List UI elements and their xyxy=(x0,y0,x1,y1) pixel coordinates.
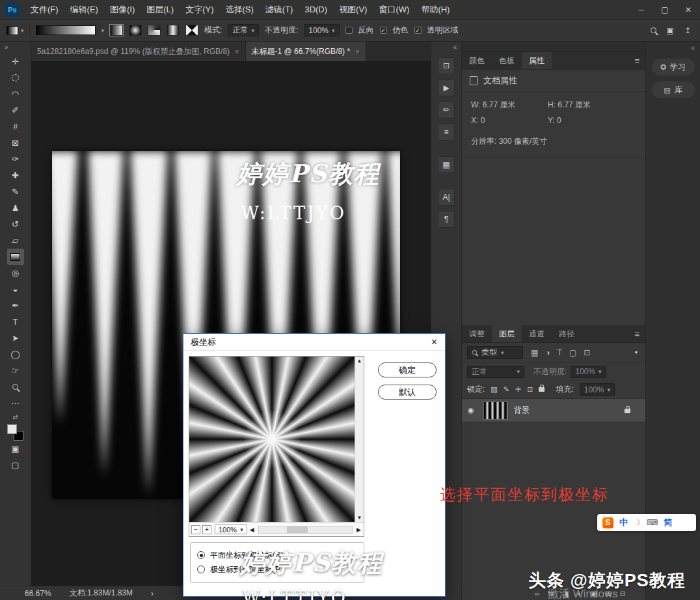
frame-tool[interactable]: ⊠ xyxy=(7,135,24,151)
layer-thumbnail[interactable] xyxy=(483,402,508,420)
pixel-filter-icon[interactable]: ▦ xyxy=(531,348,538,357)
brush-settings-panel-button[interactable]: ✏ xyxy=(438,102,455,118)
menu-type[interactable]: 文字(Y) xyxy=(180,0,219,19)
ok-button[interactable]: 确定 xyxy=(378,362,437,377)
ime-sogou-icon[interactable]: S xyxy=(602,517,613,528)
edit-toolbar-button[interactable]: ⋯ xyxy=(7,395,24,411)
dock-collapse-icon[interactable]: « xyxy=(646,42,700,53)
swap-colors-button[interactable]: ⇄ xyxy=(12,411,18,422)
hand-tool[interactable]: ☞ xyxy=(7,362,24,379)
menu-image[interactable]: 图像(I) xyxy=(104,0,141,19)
radio-selected-icon[interactable] xyxy=(197,551,205,559)
character-panel-button[interactable]: A| xyxy=(438,189,455,206)
color-swatches[interactable] xyxy=(7,424,23,441)
lock-all-icon[interactable] xyxy=(539,387,545,392)
lock-paint-icon[interactable]: ✎ xyxy=(504,385,509,394)
linear-gradient-button[interactable] xyxy=(110,25,123,36)
fill-select[interactable]: 100% ▾ xyxy=(580,383,615,396)
shape-tool[interactable]: ◯ xyxy=(7,346,24,362)
search-icon[interactable] xyxy=(651,27,656,33)
dither-checkbox[interactable]: ✓ xyxy=(380,27,387,34)
marquee-tool[interactable] xyxy=(7,70,24,86)
menu-help[interactable]: 帮助(H) xyxy=(415,0,455,19)
menu-file[interactable]: 文件(F) xyxy=(25,0,64,19)
close-button[interactable]: ✕ xyxy=(677,0,700,20)
radio-icon[interactable] xyxy=(197,566,205,573)
paragraph-panel-button[interactable]: ¶ xyxy=(438,211,455,228)
document-tab-2[interactable]: 未标题-1 @ 66.7%(RGB/8) * × xyxy=(246,42,366,61)
tab-color[interactable]: 颜色 xyxy=(462,52,492,69)
panel-menu-icon[interactable]: ≡ xyxy=(634,56,645,66)
workspace-icon[interactable]: ▣ xyxy=(667,26,674,35)
opacity-select[interactable]: 100% ▾ xyxy=(304,24,339,36)
chevron-down-icon[interactable]: ▾ xyxy=(101,27,105,34)
clone-source-panel-button[interactable]: ≡ xyxy=(438,124,455,141)
history-brush-tool[interactable]: ↺ xyxy=(7,216,24,232)
dodge-tool[interactable]: ◒ xyxy=(7,281,24,297)
clone-stamp-tool[interactable]: ♟ xyxy=(7,200,24,216)
menu-view[interactable]: 视图(V) xyxy=(333,0,373,19)
visibility-eye-icon[interactable]: ◉ xyxy=(468,406,478,415)
zoom-tool[interactable] xyxy=(7,379,24,395)
foreground-color-swatch[interactable] xyxy=(7,424,17,434)
lock-artboard-icon[interactable]: ⊡ xyxy=(527,385,533,394)
crop-tool[interactable]: # xyxy=(7,118,24,135)
blend-mode-select[interactable]: 正常 ▾ xyxy=(467,366,524,378)
quick-mask-button[interactable]: ▣ xyxy=(7,441,24,457)
menu-window[interactable]: 窗口(W) xyxy=(373,0,415,19)
type-filter-icon[interactable]: T xyxy=(558,348,562,357)
learn-panel-button[interactable]: ✪ 学习 xyxy=(652,59,695,75)
menu-layer[interactable]: 图层(L) xyxy=(141,0,180,19)
reflected-gradient-button[interactable] xyxy=(167,25,180,36)
blur-tool[interactable]: ◎ xyxy=(7,265,24,281)
type-tool[interactable]: T xyxy=(7,314,24,330)
transparency-checkbox[interactable]: ✓ xyxy=(414,27,422,34)
close-tab-icon[interactable]: × xyxy=(235,48,239,55)
scroll-left-icon[interactable]: ◀ xyxy=(247,526,257,533)
menu-filter[interactable]: 滤镜(T) xyxy=(260,0,299,19)
polar-preview-image[interactable] xyxy=(189,357,355,522)
layer-row-background[interactable]: ◉ 背景 xyxy=(462,399,645,422)
move-tool[interactable]: ✛ xyxy=(7,53,24,70)
dock-collapse-icon[interactable]: « xyxy=(453,42,461,52)
layer-opacity-select[interactable]: 100% ▾ xyxy=(571,366,606,378)
toolbar-collapse-icon[interactable]: » xyxy=(0,42,8,53)
scroll-up-icon[interactable]: ▲ xyxy=(357,358,362,364)
scroll-down-icon[interactable]: ▼ xyxy=(357,515,362,521)
minimize-button[interactable]: ─ xyxy=(630,0,653,20)
timeline-panel-button[interactable]: ▦ xyxy=(438,156,455,173)
shape-filter-icon[interactable]: ▢ xyxy=(569,348,576,357)
ime-keyboard-icon[interactable]: ⌨ xyxy=(647,518,658,527)
scroll-right-icon[interactable]: ▶ xyxy=(354,526,364,533)
layer-filter-select[interactable]: 类型 ▾ xyxy=(467,346,523,359)
tab-paths[interactable]: 路径 xyxy=(552,325,582,342)
pen-tool[interactable]: ✒ xyxy=(7,297,24,314)
adjustment-filter-icon[interactable]: ◑ xyxy=(545,348,550,357)
default-button[interactable]: 默认 xyxy=(378,385,437,400)
tab-properties[interactable]: 属性 xyxy=(522,52,552,69)
menu-3d[interactable]: 3D(D) xyxy=(299,0,333,19)
scrollbar-thumb[interactable] xyxy=(287,526,308,533)
document-tab-1[interactable]: 5a1282180e6a9.psd @ 119% (版权禁止叠加图, RGB/8… xyxy=(31,42,246,61)
smart-object-filter-icon[interactable]: ⊡ xyxy=(584,348,590,357)
menu-edit[interactable]: 编辑(E) xyxy=(64,0,104,19)
zoom-out-button[interactable]: − xyxy=(191,525,200,534)
gradient-preview[interactable] xyxy=(36,25,96,35)
eyedropper-tool[interactable]: ✑ xyxy=(7,151,24,167)
tool-preset-picker[interactable]: ▾ xyxy=(4,25,30,36)
lock-transparency-icon[interactable]: ▨ xyxy=(491,385,497,394)
tab-layers[interactable]: 图层 xyxy=(492,325,522,342)
tab-adjustments[interactable]: 调整 xyxy=(462,325,492,342)
mode-select[interactable]: 正常 ▾ xyxy=(228,24,259,36)
eraser-tool[interactable]: ▱ xyxy=(7,232,24,249)
angle-gradient-button[interactable] xyxy=(148,25,161,36)
share-icon[interactable]: ↥ xyxy=(684,26,691,35)
ime-lang-indicator[interactable]: 中 xyxy=(619,517,628,528)
menu-select[interactable]: 选择(S) xyxy=(219,0,259,19)
filter-toggle-icon[interactable]: • xyxy=(635,348,640,357)
reverse-checkbox[interactable] xyxy=(345,27,353,34)
close-tab-icon[interactable]: × xyxy=(355,48,359,55)
quick-selection-tool[interactable]: ✐ xyxy=(7,102,24,118)
screen-mode-button[interactable]: ▢ xyxy=(7,457,24,473)
zoom-level[interactable]: 66.67% xyxy=(25,589,51,598)
